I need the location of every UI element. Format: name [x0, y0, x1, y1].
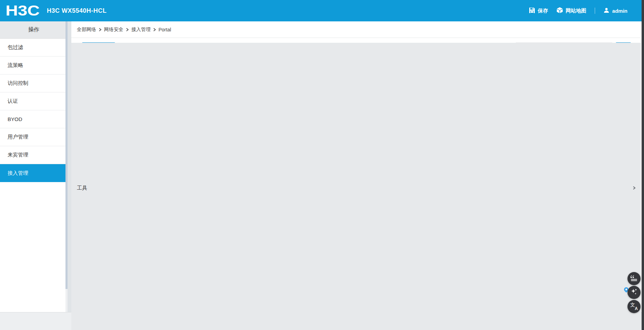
sparkles-icon — [630, 288, 638, 297]
sidebar-item-authentication[interactable]: 认证 — [0, 92, 68, 110]
sidebar-item-access-management[interactable]: 接入管理 — [0, 164, 68, 182]
user-icon — [603, 7, 610, 14]
save-icon — [529, 7, 535, 14]
sidebar-item-tools[interactable]: 工具 — [71, 43, 641, 330]
sidebar-item-access-control[interactable]: 访问控制 — [0, 74, 68, 92]
translate-fab-button[interactable]: 文 A — [627, 300, 641, 313]
breadcrumb-network-security[interactable]: 网络安全 — [104, 27, 123, 33]
sidebar-title: 操作 — [0, 21, 68, 39]
notes-fab-button[interactable] — [627, 272, 641, 285]
sidebar-item-packet-filter[interactable]: 包过滤 — [0, 39, 68, 57]
breadcrumb-portal[interactable]: Portal — [159, 27, 171, 32]
device-title: H3C WX5540H-HCL — [47, 7, 107, 14]
sidebar-item-user-management[interactable]: 用户管理 — [0, 128, 68, 146]
browser-scrollbar[interactable] — [642, 0, 644, 330]
breadcrumb: 全部网络 网络安全 接入管理 Portal — [71, 21, 641, 38]
breadcrumb-access-management[interactable]: 接入管理 — [131, 27, 151, 33]
breadcrumb-separator-icon — [99, 28, 102, 31]
sitemap-cube-icon — [556, 7, 563, 14]
header-divider — [595, 8, 595, 14]
sidebar-item-traffic-policy[interactable]: 流策略 — [0, 57, 68, 74]
top-header: H3C H3C WX5540H-HCL 保存 网站地图 admin — [0, 0, 644, 21]
sidebar-item-byod[interactable]: BYOD — [0, 110, 68, 128]
sidebar-item-guest-management[interactable]: 来宾管理 — [0, 146, 68, 164]
save-button[interactable]: 保存 — [529, 7, 548, 14]
sidebar-scrollbar — [65, 21, 68, 312]
translate-icon: 文 A — [630, 303, 638, 310]
quote-lines-icon — [630, 274, 638, 283]
sitemap-button[interactable]: 网站地图 — [556, 7, 586, 14]
sidebar-scrollbar-thumb[interactable] — [65, 21, 68, 289]
sidebar: 操作 概览 快速配置 监控 无线配置 网络安全 包过滤 流策略 访问控制 认证 … — [0, 21, 68, 312]
h3c-logo: H3C — [6, 2, 40, 19]
user-menu[interactable]: admin — [603, 7, 627, 14]
breadcrumb-separator-icon — [126, 28, 129, 31]
sidebar-gap — [68, 21, 71, 312]
breadcrumb-all-networks[interactable]: 全部网络 — [77, 27, 96, 33]
breadcrumb-separator-icon — [153, 28, 156, 31]
chevron-right-icon — [632, 186, 636, 190]
ai-assistant-fab-button[interactable] — [627, 286, 641, 299]
